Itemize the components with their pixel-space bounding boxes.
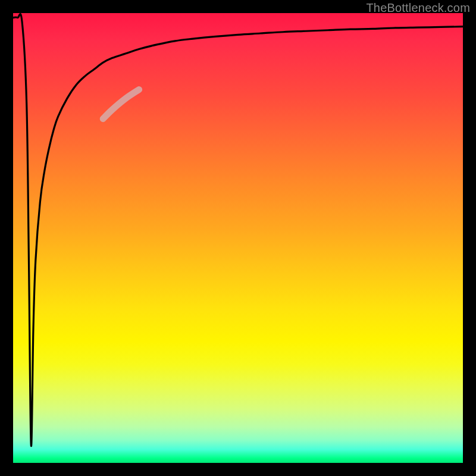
severity-gradient-background xyxy=(13,13,463,463)
attribution-text: TheBottleneck.com xyxy=(366,1,470,15)
plot-area xyxy=(13,13,463,463)
